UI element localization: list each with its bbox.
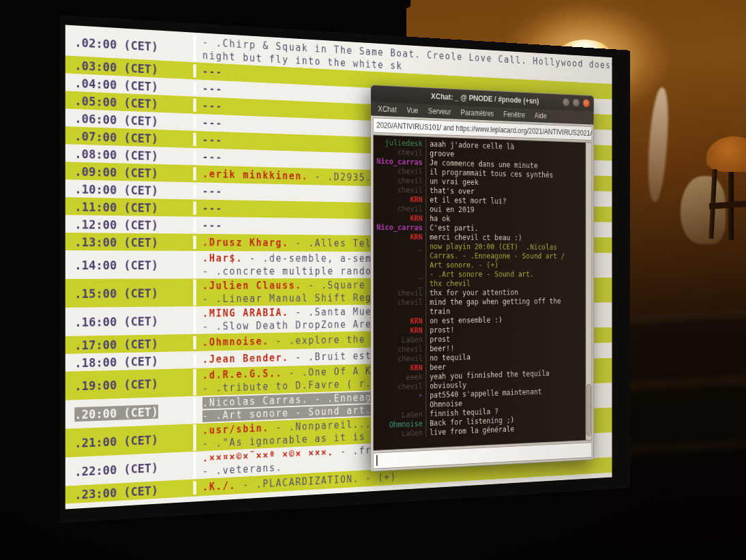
time-cell: .08:00 (CET) — [65, 146, 194, 164]
chat-text: mind the gap when getting off the train — [426, 296, 575, 316]
chat-message: _- .Art sonore - Sound art. — [374, 269, 586, 279]
chat-nick: chevil — [374, 297, 427, 316]
chat-nick: KRN — [374, 213, 427, 223]
menu-vue[interactable]: Vue — [406, 106, 418, 115]
time-cell: .02:00 (CET) — [65, 34, 194, 55]
close-button[interactable] — [582, 98, 590, 108]
time-cell: .06:00 (CET) — [65, 110, 194, 130]
window-buttons — [563, 98, 591, 108]
time-cell: .17:00 (CET) — [65, 336, 194, 352]
chat-nick: KRN — [374, 194, 427, 204]
chat-nick: KRN — [374, 232, 427, 241]
chat-nick: LaGen — [374, 428, 427, 439]
chat-nick: chevil — [374, 184, 427, 194]
chair-seat — [706, 136, 746, 172]
scrollbar-thumb[interactable] — [586, 384, 591, 437]
time-cell: .20:00 (CET) — [65, 403, 194, 422]
time-cell: .15:00 (CET) — [65, 286, 194, 301]
photo-scene: .02:00 (CET)- .Chirp & Squak in The Same… — [0, 0, 746, 560]
menu-paramètres[interactable]: Paramètres — [461, 108, 494, 119]
chat-text: thx chevil — [426, 278, 575, 288]
chat-message: chevilmind the gap when getting off the … — [374, 296, 586, 316]
time-cell: .18:00 (CET) — [65, 353, 194, 370]
menu-serveur[interactable]: Serveur — [428, 106, 451, 116]
time-cell: .09:00 (CET) — [65, 164, 194, 181]
chat-area: juliedeskaaah j'adore celle làchevilgroo… — [373, 134, 592, 451]
time-cell: .21:00 (CET) — [65, 431, 194, 451]
xchat-window: XChat: _ @ PNODE / #pnode (+sn) XChatVue… — [371, 85, 595, 472]
menu-aide[interactable]: Aide — [535, 111, 547, 120]
chat-nick: KRN — [374, 325, 427, 336]
menu-fenêtre[interactable]: Fenêtre — [503, 110, 525, 119]
chat-nick: • — [374, 391, 427, 411]
menu-xchat[interactable]: XChat — [378, 104, 396, 114]
chat-nick: KRN — [374, 316, 427, 326]
time-cell: .07:00 (CET) — [65, 128, 194, 147]
time-cell: .11:00 (CET) — [65, 199, 194, 216]
chat-text: now playin 20:00 (CET) .Nicolas Carras. … — [426, 241, 575, 269]
chair — [706, 136, 746, 242]
time-cell: .12:00 (CET) — [65, 217, 194, 233]
ceiling-mount — [371, 0, 423, 35]
chat-text: - .Art sonore - Sound art. — [426, 269, 575, 279]
chat-message: _now playin 20:00 (CET) .Nicolas Carras.… — [374, 241, 586, 269]
chat-nick: chevil — [374, 203, 427, 213]
chat-nick: Nico_carras — [374, 222, 427, 233]
chat-nick: chevil — [374, 288, 427, 297]
chat-scrollbar[interactable] — [586, 143, 592, 440]
maximize-button[interactable] — [572, 98, 580, 108]
time-cell: .10:00 (CET) — [65, 181, 194, 198]
time-cell: .22:00 (CET) — [65, 458, 194, 479]
chat-messages: juliedeskaaah j'adore celle làchevilgroo… — [374, 135, 586, 450]
minimize-button[interactable] — [563, 98, 570, 107]
text-caret — [376, 455, 378, 466]
screen-content: .02:00 (CET)- .Chirp & Squak in The Same… — [65, 25, 612, 509]
chat-nick: _ — [374, 241, 427, 269]
time-cell: .19:00 (CET) — [65, 375, 194, 393]
projection-screen: .02:00 (CET)- .Chirp & Squak in The Same… — [60, 15, 630, 523]
chat-nick: _ — [374, 279, 427, 289]
time-cell: .16:00 (CET) — [65, 313, 194, 329]
time-cell: .13:00 (CET) — [65, 235, 194, 250]
chat-nick: _ — [374, 269, 427, 279]
time-cell: .14:00 (CET) — [65, 258, 194, 272]
